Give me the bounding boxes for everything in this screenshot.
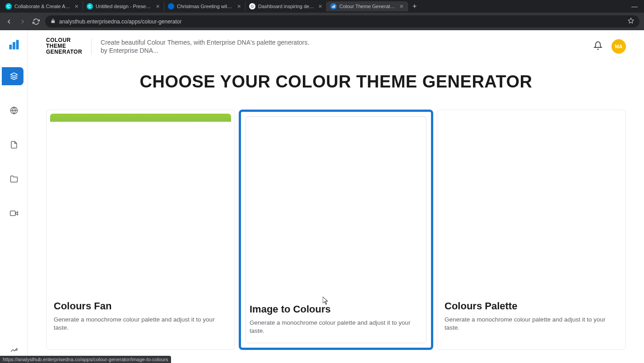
app-header: COLOUR THEME GENERATOR Create beautiful … <box>28 30 644 60</box>
browser-tab[interactable]: Christmas Greeting with Man ho ✕ <box>164 1 246 11</box>
app-container: COLOUR THEME GENERATOR Create beautiful … <box>0 30 644 363</box>
svg-rect-0 <box>332 6 333 8</box>
browser-tab[interactable]: C Untitled design - Presentation (1 ✕ <box>83 1 164 11</box>
lock-icon <box>51 18 56 24</box>
page-title: CHOOSE YOUR COLOUR THEME GENERATOR <box>46 72 626 92</box>
close-icon[interactable]: ✕ <box>317 4 323 9</box>
bookmark-star-icon[interactable] <box>628 18 634 25</box>
card-preview <box>441 114 622 294</box>
browser-tab[interactable]: C Collaborate & Create Amazing C ✕ <box>2 1 83 11</box>
card-body: Colours Palette Generate a monochrome co… <box>441 294 622 340</box>
tab-title: Untitled design - Presentation (1 <box>96 4 152 9</box>
avatar-initials: MA <box>615 44 622 49</box>
sidebar-item-globe[interactable] <box>5 101 23 119</box>
svg-marker-3 <box>628 18 634 23</box>
card-colours-fan[interactable]: Colours Fan Generate a monochrome colour… <box>46 110 235 350</box>
card-preview <box>246 117 426 297</box>
close-icon[interactable]: ✕ <box>155 4 160 9</box>
forward-button[interactable] <box>18 17 27 26</box>
minimize-button[interactable]: — <box>631 3 638 10</box>
card-description: Generate a monochrome colour palette and… <box>54 316 227 333</box>
card-description: Generate a monochrome colour palette and… <box>250 319 422 336</box>
app-logo-text: COLOUR THEME GENERATOR <box>46 37 82 55</box>
app-logo-icon[interactable] <box>8 38 20 51</box>
tab-favicon: C <box>5 3 12 9</box>
generator-cards: Colours Fan Generate a monochrome colour… <box>46 110 626 350</box>
reload-button[interactable] <box>32 17 41 26</box>
browser-chrome: C Collaborate & Create Amazing C ✕ C Unt… <box>0 0 644 30</box>
tab-favicon: C <box>87 3 93 9</box>
card-body: Colours Fan Generate a monochrome colour… <box>50 294 231 340</box>
card-preview <box>50 114 231 294</box>
tab-title: Christmas Greeting with Man ho <box>177 4 233 9</box>
card-body: Image to Colours Generate a monochrome c… <box>246 297 426 343</box>
new-tab-button[interactable]: + <box>408 2 421 10</box>
logo-line: GENERATOR <box>46 49 82 55</box>
preview-green-bar <box>50 114 231 122</box>
tab-favicon: G <box>249 3 255 9</box>
card-title: Colours Palette <box>445 300 618 312</box>
tab-title: Collaborate & Create Amazing C <box>14 4 71 9</box>
sidebar-item-layers[interactable] <box>2 67 23 85</box>
window-controls: — <box>627 3 642 10</box>
close-icon[interactable]: ✕ <box>236 4 241 9</box>
svg-marker-7 <box>10 73 17 77</box>
card-title: Image to Colours <box>250 303 422 315</box>
sidebar <box>0 30 28 363</box>
sidebar-item-video[interactable] <box>5 204 23 222</box>
header-tagline: Create beautiful Colour Themes, with Ent… <box>101 38 309 55</box>
card-image-to-colours[interactable]: Image to Colours Generate a monochrome c… <box>239 110 433 350</box>
url-text: analysthub.enterprisedna.co/apps/colour-… <box>59 18 182 25</box>
tab-bar: C Collaborate & Create Amazing C ✕ C Unt… <box>0 0 644 13</box>
tab-favicon <box>330 3 337 9</box>
browser-tab[interactable]: G Dashboard inspiring designs - G ✕ <box>246 1 327 11</box>
svg-rect-4 <box>9 45 12 50</box>
tab-title: Colour Theme Generator - Analy <box>339 4 396 9</box>
card-colours-palette[interactable]: Colours Palette Generate a monochrome co… <box>437 110 626 350</box>
close-icon[interactable]: ✕ <box>74 4 79 9</box>
close-icon[interactable]: ✕ <box>398 4 404 9</box>
back-button[interactable] <box>5 17 14 26</box>
svg-rect-1 <box>333 5 334 8</box>
divider <box>91 38 92 55</box>
content-area: CHOOSE YOUR COLOUR THEME GENERATOR Colou… <box>28 60 644 363</box>
sidebar-item-file[interactable] <box>5 136 23 154</box>
card-title: Colours Fan <box>54 300 227 312</box>
tab-title: Dashboard inspiring designs - G <box>258 4 315 9</box>
card-description: Generate a monochrome colour palette and… <box>445 316 618 333</box>
svg-marker-10 <box>15 211 18 215</box>
address-bar[interactable]: analysthub.enterprisedna.co/apps/colour-… <box>45 15 639 28</box>
main-content: COLOUR THEME GENERATOR Create beautiful … <box>28 30 644 363</box>
tagline-line: by Enterprise DNA... <box>101 46 309 55</box>
svg-rect-6 <box>16 40 19 50</box>
tagline-line: Create beautiful Colour Themes, with Ent… <box>101 38 309 46</box>
svg-rect-5 <box>13 42 15 49</box>
header-right: MA <box>593 39 626 54</box>
svg-rect-11 <box>10 211 15 216</box>
sidebar-item-folder[interactable] <box>5 170 23 188</box>
browser-tab-active[interactable]: Colour Theme Generator - Analy ✕ <box>327 1 408 11</box>
notifications-icon[interactable] <box>593 41 602 52</box>
status-bar: https://analysthub.enterprisedna.co/apps… <box>0 356 171 363</box>
svg-rect-2 <box>334 5 335 8</box>
user-avatar[interactable]: MA <box>612 39 626 54</box>
nav-bar: analysthub.enterprisedna.co/apps/colour-… <box>0 13 644 30</box>
tab-favicon <box>168 3 174 9</box>
